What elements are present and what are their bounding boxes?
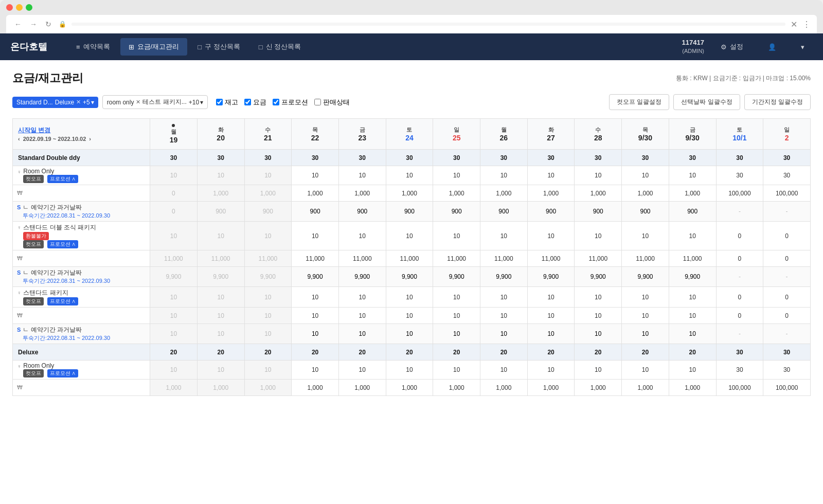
rate-cell[interactable]: 10 <box>338 222 386 250</box>
tag-room-more[interactable]: +5 ▾ <box>83 99 94 106</box>
stock-cell[interactable]: 20 <box>575 344 622 361</box>
tag-deluxe-close[interactable]: ✕ <box>76 99 81 105</box>
rate-cell[interactable]: 0 <box>716 287 763 308</box>
stock-cell[interactable]: 30 <box>716 150 763 166</box>
promo-cell[interactable]: 10 <box>197 324 244 344</box>
rate-cell[interactable]: 1,000 <box>338 185 386 202</box>
forward-button[interactable]: → <box>28 19 39 29</box>
rate-cell[interactable]: 10 <box>244 361 292 380</box>
stock-cell[interactable]: 20 <box>150 344 198 361</box>
stock-cell[interactable]: 20 <box>197 344 244 361</box>
rate-cell[interactable]: 1,000 <box>386 185 433 202</box>
stock-cell[interactable]: 30 <box>622 150 669 166</box>
promo-cell[interactable]: 900 <box>433 202 480 222</box>
rate-cell[interactable]: 10 <box>480 308 528 324</box>
rate-cell[interactable]: 10 <box>292 287 339 308</box>
promo-cell[interactable]: 900 <box>480 202 528 222</box>
rate-cell[interactable]: 10 <box>527 287 575 308</box>
rate-cell[interactable]: 10 <box>292 166 339 185</box>
rate-cell[interactable]: 10 <box>292 222 339 250</box>
prev-arrow[interactable]: ‹ <box>18 136 20 142</box>
promo-cell[interactable]: 900 <box>386 202 433 222</box>
rate-cell[interactable]: 0 <box>716 250 763 267</box>
promo-cell[interactable]: 9,900 <box>669 267 716 287</box>
rate-cell[interactable]: 11,000 <box>244 250 292 267</box>
stock-cell[interactable]: 20 <box>338 344 386 361</box>
promo-cell[interactable]: 9,900 <box>527 267 575 287</box>
rate-cell[interactable]: 1,000 <box>622 185 669 202</box>
sale-checkbox[interactable]: 판매상태 <box>314 98 350 107</box>
rate-cell[interactable]: 10 <box>433 308 480 324</box>
rate-cell[interactable]: 11,000 <box>386 250 433 267</box>
user-button[interactable]: 👤 <box>760 39 784 55</box>
rate-cell[interactable]: 10 <box>622 222 669 250</box>
stock-cell[interactable]: 30 <box>197 150 244 166</box>
rate-cell[interactable]: 0 <box>716 308 763 324</box>
rate-cell[interactable]: 1,000 <box>292 380 339 396</box>
stock-cell[interactable]: 30 <box>386 150 433 166</box>
rate-cell[interactable]: 10 <box>197 308 244 324</box>
rate-cell[interactable]: 100,000 <box>716 380 763 396</box>
rate-cell[interactable]: 10 <box>480 361 528 380</box>
nav-item-old-settlement[interactable]: □ 구 정산목록 <box>189 38 248 56</box>
stock-cell[interactable]: 30 <box>763 150 811 166</box>
promo-cell[interactable]: 10 <box>669 324 716 344</box>
promo-cell[interactable]: 9,900 <box>244 267 292 287</box>
rate-cell[interactable]: 10 <box>338 287 386 308</box>
rate-cell[interactable]: 1,000 <box>386 380 433 396</box>
settings-button[interactable]: ⚙ 설정 <box>712 38 752 56</box>
promo-cell[interactable]: - <box>763 267 811 287</box>
rate-cell[interactable]: 10 <box>150 308 198 324</box>
rate-cell[interactable]: 11,000 <box>527 250 575 267</box>
room-type-filter[interactable]: Standard D... Deluxe ✕ +5 ▾ <box>12 97 98 108</box>
rate-cell[interactable]: 1,000 <box>575 185 622 202</box>
rate-cell[interactable]: 11,000 <box>622 250 669 267</box>
promo-cell[interactable]: 10 <box>338 324 386 344</box>
rate-cell[interactable]: 10 <box>386 287 433 308</box>
stock-cell[interactable]: 30 <box>338 150 386 166</box>
promo-cell[interactable]: 10 <box>244 324 292 344</box>
address-bar[interactable] <box>71 23 785 26</box>
rate-cell[interactable]: 10 <box>244 308 292 324</box>
rate-cell[interactable]: 11,000 <box>150 250 198 267</box>
stock-cell[interactable]: 30 <box>716 344 763 361</box>
promo-cell[interactable]: 10 <box>622 324 669 344</box>
rate-cell[interactable]: 10 <box>622 361 669 380</box>
rate-cell[interactable]: 10 <box>669 222 716 250</box>
period-edit-button[interactable]: 기간지정 일괄수정 <box>744 94 811 110</box>
promo-cell[interactable]: 9,900 <box>150 267 198 287</box>
rate-checkbox[interactable]: 요금 <box>244 98 266 107</box>
promo-cell[interactable]: 9,900 <box>480 267 528 287</box>
rate-cell[interactable]: 30 <box>763 166 811 185</box>
promo-cell[interactable]: 9,900 <box>338 267 386 287</box>
promo-cell[interactable]: 10 <box>527 324 575 344</box>
rate-cell[interactable]: 1,000 <box>480 380 528 396</box>
promo-cell[interactable]: 10 <box>433 324 480 344</box>
rate-cell[interactable]: 10 <box>622 287 669 308</box>
browser-menu-button[interactable]: ⋮ <box>802 20 811 29</box>
stock-cell[interactable]: 20 <box>622 344 669 361</box>
promo-cell[interactable]: 9,900 <box>386 267 433 287</box>
rate-cell[interactable]: 10 <box>433 166 480 185</box>
stock-cell[interactable]: 20 <box>386 344 433 361</box>
nav-item-reservation[interactable]: ≡ 예약목록 <box>68 38 118 56</box>
stock-cell[interactable]: 30 <box>763 344 811 361</box>
promo-cell[interactable]: - <box>763 202 811 222</box>
rate-cell[interactable]: 30 <box>716 166 763 185</box>
rate-cell[interactable]: 1,000 <box>197 185 244 202</box>
rate-cell[interactable]: 10 <box>480 166 528 185</box>
rate-cell[interactable]: 10 <box>527 222 575 250</box>
promo-cell[interactable]: 10 <box>150 324 198 344</box>
promo-cell[interactable]: 900 <box>292 202 339 222</box>
rate-cell[interactable]: 11,000 <box>292 250 339 267</box>
stock-cell[interactable]: 30 <box>480 150 528 166</box>
rate-cell[interactable]: 10 <box>197 166 244 185</box>
rate-cell[interactable]: 11,000 <box>197 250 244 267</box>
stock-checkbox[interactable]: 재고 <box>216 98 238 107</box>
stock-cell[interactable]: 20 <box>480 344 528 361</box>
rate-cell[interactable]: 10 <box>527 361 575 380</box>
rate-cell[interactable]: 100,000 <box>763 380 811 396</box>
rate-cell[interactable]: 10 <box>575 166 622 185</box>
rate-cell[interactable]: 10 <box>527 308 575 324</box>
rate-cell[interactable]: 30 <box>763 361 811 380</box>
